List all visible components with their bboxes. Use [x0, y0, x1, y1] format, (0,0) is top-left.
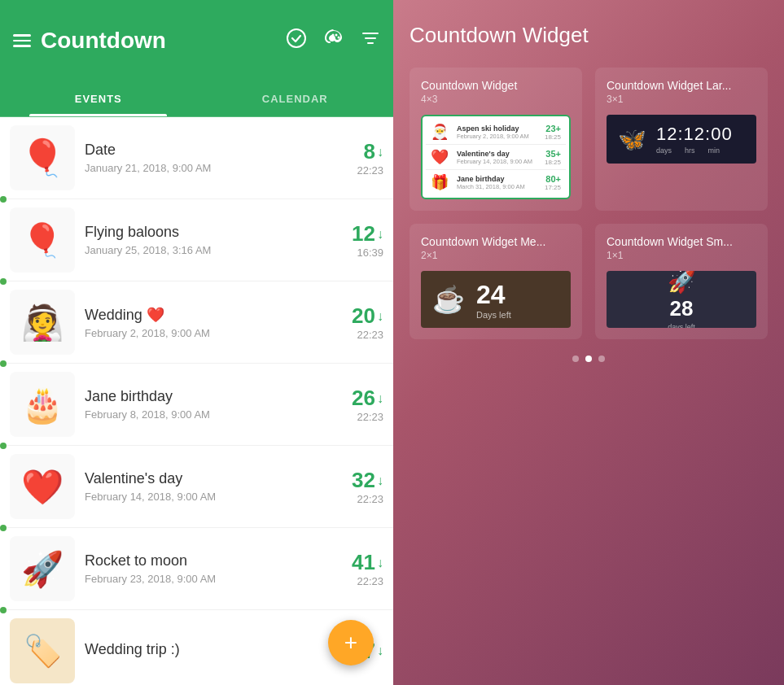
event-date-3: February 8, 2018, 9:00 AM	[85, 408, 325, 421]
event-thumb-0: 🎈	[10, 125, 75, 190]
event-name-1: Flying baloons	[85, 224, 325, 241]
svg-point-0	[287, 29, 305, 47]
widget-preview-3x1: 🦋 12:12:00 days hrs min	[607, 115, 756, 164]
widget-card-title-3: Countdown Widget Sm...	[607, 235, 756, 248]
widget-1x1-days: 28	[670, 296, 694, 321]
widget-card-title-0: Countdown Widget	[421, 79, 571, 92]
countdown-time-2: 22:23	[335, 329, 383, 341]
widget-card-title-2: Countdown Widget Me...	[421, 235, 571, 248]
list-item[interactable]: 👰 Wedding ❤️ February 2, 2018, 9:00 AM 2…	[0, 281, 393, 364]
menu-button[interactable]	[13, 34, 31, 47]
widget-panel: Countdown Widget Countdown Widget 4×3 🎅 …	[393, 0, 784, 685]
countdown-days-3: 26↓	[335, 386, 383, 411]
list-item[interactable]: ❤️ Valentine's day February 14, 2018, 9:…	[0, 446, 393, 528]
event-name-3: Jane birthday	[85, 388, 325, 405]
check-icon[interactable]	[286, 28, 307, 54]
palette-icon[interactable]	[323, 28, 344, 54]
widget-card-size-1: 3×1	[607, 94, 756, 105]
event-thumb-4: ❤️	[10, 454, 75, 519]
widget-preview-4x3: 🎅 Aspen ski holiday February 2, 2018, 9:…	[421, 115, 571, 199]
event-date-2: February 2, 2018, 9:00 AM	[85, 327, 325, 339]
dot-2[interactable]	[598, 356, 605, 362]
event-countdown-0: 8↓ 22:23	[335, 139, 383, 177]
pagination-dots	[410, 356, 768, 362]
filter-icon[interactable]	[361, 28, 380, 53]
event-countdown-2: 20↓ 22:23	[335, 303, 383, 341]
event-name-0: Date	[85, 142, 325, 159]
event-thumb-5: 🚀	[10, 536, 75, 601]
event-name-2: Wedding ❤️	[85, 306, 325, 324]
countdown-days-5: 41↓	[335, 550, 383, 575]
svg-point-3	[335, 34, 338, 37]
widget-card-size-0: 4×3	[421, 94, 571, 105]
countdown-time-1: 16:39	[335, 247, 383, 259]
widget-card-1x1[interactable]: Countdown Widget Sm... 1×1 🚀 28 days lef…	[595, 224, 768, 339]
event-thumb-6: 🏷️	[10, 618, 75, 683]
event-name-4: Valentine's day	[85, 470, 325, 487]
event-info-3: Jane birthday February 8, 2018, 9:00 AM	[75, 388, 335, 421]
event-info-0: Date January 21, 2018, 9:00 AM	[75, 142, 335, 174]
event-countdown-4: 32↓ 22:23	[335, 468, 383, 505]
widget-preview-2x1: ☕ 24 Days left	[421, 271, 571, 328]
app-header: Countdown	[0, 0, 393, 81]
event-info-4: Valentine's day February 14, 2018, 9:00 …	[75, 470, 335, 503]
event-thumb-1: 🎈	[10, 207, 75, 273]
event-name-6: Wedding trip :)	[85, 641, 325, 658]
event-date-5: February 23, 2018, 9:00 AM	[85, 573, 325, 585]
header-icons	[286, 28, 380, 54]
butterfly-icon: 🦋	[618, 126, 646, 153]
countdown-days-2: 20↓	[335, 303, 383, 329]
countdown-time-4: 22:23	[335, 493, 383, 505]
event-info-5: Rocket to moon February 23, 2018, 9:00 A…	[75, 552, 335, 585]
svg-point-4	[338, 37, 340, 39]
list-item[interactable]: 🎈 Date January 21, 2018, 9:00 AM 8↓ 22:2…	[0, 117, 393, 199]
events-list: 🎈 Date January 21, 2018, 9:00 AM 8↓ 22:2…	[0, 117, 393, 685]
event-countdown-5: 41↓ 22:23	[335, 550, 383, 587]
app-title: Countdown	[41, 28, 286, 54]
svg-point-2	[332, 34, 335, 37]
event-countdown-1: 12↓ 16:39	[335, 221, 383, 259]
widget-card-size-2: 2×1	[421, 250, 571, 261]
tab-events[interactable]: EVENTS	[0, 81, 197, 116]
widget-card-size-3: 1×1	[607, 250, 756, 261]
countdown-time-0: 22:23	[335, 164, 383, 177]
event-countdown-3: 26↓ 22:23	[335, 386, 383, 423]
widget-preview-1x1: 🚀 28 days left	[607, 271, 756, 328]
dot-0[interactable]	[572, 356, 579, 362]
widget-card-title-1: Countdown Widget Lar...	[607, 79, 756, 92]
widget-3x1-labels: days hrs min	[656, 146, 733, 155]
widget-card-3x1[interactable]: Countdown Widget Lar... 3×1 🦋 12:12:00 d…	[595, 68, 768, 211]
event-name-5: Rocket to moon	[85, 552, 325, 569]
widget-card-2x1[interactable]: Countdown Widget Me... 2×1 ☕ 24 Days lef…	[410, 224, 582, 339]
widget-panel-title: Countdown Widget	[410, 23, 768, 48]
widget-3x1-time: 12:12:00	[656, 124, 733, 145]
event-info-6: Wedding trip :)	[75, 641, 335, 661]
widget-grid: Countdown Widget 4×3 🎅 Aspen ski holiday…	[410, 68, 768, 339]
event-date-0: January 21, 2018, 9:00 AM	[85, 162, 325, 174]
list-item[interactable]: 🎈 Flying baloons January 25, 2018, 3:16 …	[0, 199, 393, 281]
add-event-fab[interactable]: +	[328, 620, 374, 665]
countdown-time-3: 22:23	[335, 411, 383, 423]
svg-point-1	[330, 37, 332, 40]
tab-calendar[interactable]: CALENDAR	[197, 81, 394, 116]
tab-bar: EVENTS CALENDAR	[0, 81, 393, 117]
rocket-icon: 🚀	[668, 271, 696, 295]
widget-card-4x3[interactable]: Countdown Widget 4×3 🎅 Aspen ski holiday…	[410, 68, 582, 211]
coffee-icon: ☕	[432, 284, 465, 315]
widget-2x1-days: 24	[476, 280, 511, 310]
event-thumb-3: 🎂	[10, 372, 75, 437]
countdown-days-0: 8↓	[335, 139, 383, 164]
event-date-4: February 14, 2018, 9:00 AM	[85, 491, 325, 503]
event-date-1: January 25, 2018, 3:16 AM	[85, 244, 325, 256]
countdown-days-1: 12↓	[335, 221, 383, 247]
event-thumb-2: 👰	[10, 290, 75, 355]
list-item[interactable]: 🚀 Rocket to moon February 23, 2018, 9:00…	[0, 528, 393, 610]
list-item[interactable]: 🎂 Jane birthday February 8, 2018, 9:00 A…	[0, 364, 393, 446]
dot-1[interactable]	[585, 356, 592, 362]
event-info-1: Flying baloons January 25, 2018, 3:16 AM	[75, 224, 335, 256]
widget-1x1-label: days left	[668, 323, 695, 328]
event-info-2: Wedding ❤️ February 2, 2018, 9:00 AM	[75, 306, 335, 339]
countdown-days-4: 32↓	[335, 468, 383, 493]
widget-2x1-label: Days left	[476, 310, 511, 320]
countdown-time-5: 22:23	[335, 575, 383, 587]
